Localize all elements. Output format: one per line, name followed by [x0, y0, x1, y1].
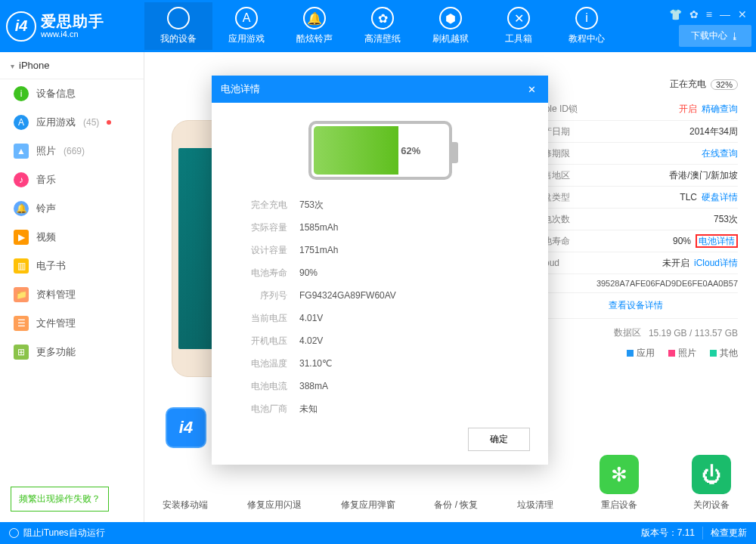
apps-icon: A — [235, 7, 258, 29]
version-label: 版本号：7.11 — [641, 527, 695, 539]
info-link[interactable]: 硬盘详情 — [702, 192, 738, 202]
dialog-row-key: 实际容量 — [230, 221, 299, 234]
dialog-title: 电池详情 — [221, 82, 260, 96]
nav-flash[interactable]: ⬢刷机越狱 — [417, 2, 485, 50]
sidebar-item-7[interactable]: 📁资料管理 — [0, 280, 144, 309]
sidebar-item-8[interactable]: ☰文件管理 — [0, 309, 144, 338]
dialog-row-value: FG94324GA89FW60AV — [299, 290, 396, 301]
action-backup[interactable]: 备份 / 恢复 — [434, 499, 478, 512]
sidebar-device-toggle[interactable]: iPhone — [0, 52, 144, 79]
wrench-icon: ✕ — [507, 7, 530, 29]
nav-wallpapers[interactable]: ✿高清壁纸 — [349, 2, 417, 50]
help-link[interactable]: 频繁出现操作失败？ — [11, 487, 109, 512]
info-value: 2014年34周 — [593, 125, 738, 138]
sidebar-icon: ▲ — [14, 144, 29, 159]
dialog-close-button[interactable]: ✕ — [524, 82, 539, 97]
info-row: 销售地区香港/澳门/新加坡 — [534, 164, 738, 186]
dialog-row-value: 未知 — [299, 403, 318, 416]
sidebar-item-count: (669) — [64, 146, 85, 156]
brand-url: www.i4.cn — [41, 29, 104, 39]
update-dot-icon — [107, 120, 111, 125]
storage-legend: 应用 照片 其他 — [534, 339, 738, 360]
brand-name: 爱思助手 — [41, 13, 104, 29]
sidebar-icon: i — [14, 86, 29, 101]
sidebar-item-4[interactable]: 🔔铃声 — [0, 194, 144, 223]
sidebar-item-1[interactable]: A应用游戏(45) — [0, 108, 144, 137]
nav-tutorials[interactable]: i教程中心 — [553, 2, 621, 50]
nav-apps[interactable]: A应用游戏 — [212, 2, 280, 50]
battery-pill: 32% — [711, 79, 738, 90]
dialog-row: 电池寿命90% — [230, 261, 530, 284]
action-install[interactable]: 安装移动端 — [163, 499, 208, 512]
nav-ringtones[interactable]: 🔔酷炫铃声 — [280, 2, 349, 50]
check-update-button[interactable]: 检查更新 — [702, 527, 747, 539]
nav-my-device[interactable]: 我的设备 — [144, 2, 212, 50]
sidebar-item-3[interactable]: ♪音乐 — [0, 165, 144, 194]
sidebar-icon: 🔔 — [14, 201, 29, 216]
dialog-row-value: 1585mAh — [299, 222, 338, 233]
dialog-row: 电池温度31.10℃ — [230, 352, 530, 375]
sidebar-item-9[interactable]: ⊞更多功能 — [0, 338, 144, 366]
close-icon[interactable]: ✕ — [738, 8, 747, 20]
info-link[interactable]: 电池详情 — [696, 234, 738, 248]
dialog-row: 当前电压4.01V — [230, 307, 530, 329]
sidebar-item-label: 应用游戏 — [36, 116, 76, 129]
sidebar-icon: ▥ — [14, 258, 29, 274]
sidebar-item-label: 电子书 — [36, 259, 66, 273]
dialog-row-key: 序列号 — [230, 289, 299, 302]
download-center-button[interactable]: 下载中心 ⭳ — [679, 25, 751, 47]
dialog-row: 序列号FG94324GA89FW60AV — [230, 284, 530, 307]
info-icon: i — [575, 7, 598, 29]
dialog-row-key: 完全充电 — [230, 199, 299, 212]
skin-icon[interactable]: 👕 — [669, 8, 682, 20]
nav-tools[interactable]: ✕工具箱 — [485, 2, 553, 50]
device-info-panel: 正在充电32% Apple ID锁开启精确查询生产日期2014年34周保修期限在… — [534, 78, 738, 360]
settings-icon[interactable]: ✿ — [689, 8, 699, 20]
info-row: 保修期限在线查询 — [534, 142, 738, 164]
box-icon: ⬢ — [439, 7, 462, 29]
sidebar-item-label: 音乐 — [36, 173, 56, 187]
action-shutdown[interactable]: ⏻关闭设备 — [685, 455, 738, 512]
dialog-row-value: 4.02V — [299, 335, 323, 346]
action-trash[interactable]: 垃圾清理 — [517, 499, 553, 512]
apple-icon — [167, 7, 190, 29]
info-link[interactable]: 在线查询 — [702, 148, 738, 159]
sidebar-item-label: 铃声 — [36, 202, 56, 215]
dialog-row-key: 电池电流 — [230, 380, 299, 393]
action-fix-popup[interactable]: 修复应用弹窗 — [341, 499, 395, 512]
status-bar: 阻止iTunes自动运行 版本号：7.11 检查更新 — [0, 522, 756, 544]
dialog-row-value: 4.01V — [299, 313, 323, 323]
sidebar-item-label: 资料管理 — [36, 288, 76, 301]
sidebar-item-label: 照片 — [36, 144, 56, 158]
sidebar-item-2[interactable]: ▲照片(669) — [0, 137, 144, 165]
info-value: 开启精确查询 — [593, 103, 738, 116]
action-fix-crash[interactable]: 修复应用闪退 — [247, 499, 302, 512]
sidebar-item-0[interactable]: i设备信息 — [0, 79, 144, 108]
info-value: TLC硬盘详情 — [593, 191, 738, 204]
info-row: 生产日期2014年34周 — [534, 120, 738, 142]
info-value: 753次 — [593, 213, 738, 226]
action-reboot[interactable]: ✻重启设备 — [593, 455, 646, 512]
battery-detail-dialog: 电池详情 ✕ 62% 完全充电753次实际容量1585mAh设计容量1751mA… — [212, 76, 548, 465]
info-row: 电池寿命90%电池详情 — [534, 230, 738, 252]
dialog-row-value: 753次 — [299, 199, 324, 212]
info-link[interactable]: iCloud详情 — [694, 258, 738, 268]
info-row: iCloud未开启iCloud详情 — [534, 252, 738, 274]
itunes-block-toggle[interactable]: 阻止iTunes自动运行 — [23, 527, 105, 539]
sidebar-item-6[interactable]: ▥电子书 — [0, 252, 144, 280]
info-value: 未开启iCloud详情 — [593, 257, 738, 270]
sidebar-item-5[interactable]: ▶视频 — [0, 223, 144, 252]
info-row: 充电次数753次 — [534, 208, 738, 230]
dialog-row: 电池电流388mA — [230, 375, 530, 397]
dialog-ok-button[interactable]: 确定 — [468, 428, 530, 451]
view-device-detail-link[interactable]: 查看设备详情 — [534, 292, 738, 318]
info-link[interactable]: 精确查询 — [702, 104, 738, 114]
info-row: Apple ID锁开启精确查询 — [534, 98, 738, 120]
menu-icon[interactable]: ≡ — [706, 8, 712, 20]
sidebar-icon: A — [14, 115, 29, 130]
sidebar-icon: ▶ — [14, 230, 29, 245]
dialog-row-value: 1751mAh — [299, 245, 338, 255]
minimize-icon[interactable]: — — [720, 8, 730, 20]
brand-badge: i4 — [6, 11, 36, 42]
sidebar: iPhone i设备信息A应用游戏(45)▲照片(669)♪音乐🔔铃声▶视频▥电… — [0, 52, 144, 522]
